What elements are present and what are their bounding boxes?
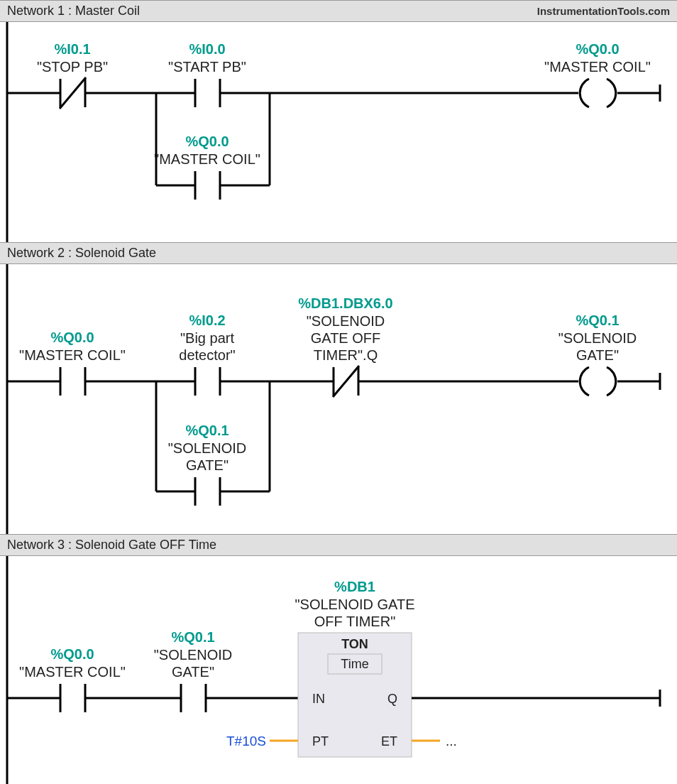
n3-fb-addr: %DB1	[334, 579, 375, 594]
network-1-ladder: %I0.1 "STOP PB" %I0.0 "START PB" %Q0.0 "…	[0, 22, 677, 242]
svg-line-4	[60, 77, 86, 109]
network-1-header: Network 1 : Master Coil InstrumentationT…	[0, 0, 677, 22]
master-coil-label: "MASTER COIL"	[544, 59, 651, 75]
n3-c2-l2: GATE"	[172, 664, 214, 680]
contact-solenoid-gate-seal[interactable]: %Q0.1 "SOLENOID GATE"	[168, 423, 246, 506]
n3-fb-q: Q	[387, 692, 397, 706]
n2-c3-addr: %DB1.DBX6.0	[298, 295, 392, 311]
contact-big-part-detector[interactable]: %I0.2 "Big part detector"	[179, 312, 235, 396]
svg-line-27	[333, 366, 359, 397]
n2-c4-addr: %Q0.1	[185, 423, 229, 438]
network-2-body: %Q0.0 "MASTER COIL" %I0.2 "Big part dete…	[0, 264, 677, 534]
master-coil-addr: %Q0.0	[576, 41, 619, 57]
contact-master-coil-n2[interactable]: %Q0.0 "MASTER COIL"	[19, 330, 126, 396]
n2-c3-l1: "SOLENOID	[307, 313, 385, 329]
n2-c1-addr: %Q0.0	[50, 330, 94, 345]
contact-master-coil-n3[interactable]: %Q0.0 "MASTER COIL"	[19, 646, 126, 712]
n3-c1-addr: %Q0.0	[50, 646, 94, 662]
n2-c4-l2: GATE"	[186, 457, 229, 473]
n2-c2-addr: %I0.2	[189, 312, 225, 328]
n3-fb-sub: Time	[341, 657, 368, 671]
contact-start-pb[interactable]: %I0.0 "START PB"	[168, 41, 246, 107]
n3-c2-addr: %Q0.1	[171, 629, 214, 645]
n3-fb-l2: OFF TIMER"	[314, 614, 396, 629]
network-2-header: Network 2 : Solenoid Gate	[0, 242, 677, 264]
n3-fb-l1: "SOLENOID GATE	[295, 597, 415, 612]
n2-c1-label: "MASTER COIL"	[19, 347, 126, 363]
contact-solenoid-gate-n3[interactable]: %Q0.1 "SOLENOID GATE"	[154, 629, 232, 712]
n3-fb-in: IN	[312, 692, 325, 706]
stop-pb-addr: %I0.1	[54, 41, 90, 57]
network-3-ladder: %Q0.0 "MASTER COIL" %Q0.1 "SOLENOID GATE…	[0, 556, 677, 784]
coil-master-coil[interactable]: %Q0.0 "MASTER COIL"	[544, 41, 651, 107]
network-3-body: %Q0.0 "MASTER COIL" %Q0.1 "SOLENOID GATE…	[0, 556, 677, 784]
n3-et-value: ...	[446, 734, 457, 748]
n2-c2-l1: "Big part	[180, 330, 234, 346]
network-3-title: Network 3 : Solenoid Gate OFF Time	[7, 538, 216, 552]
start-pb-addr: %I0.0	[189, 41, 225, 57]
start-pb-label: "START PB"	[168, 59, 246, 75]
n2-coil-addr: %Q0.1	[576, 312, 619, 328]
contact-stop-pb[interactable]: %I0.1 "STOP PB"	[37, 41, 108, 109]
seal-label: "MASTER COIL"	[154, 151, 260, 167]
n2-c2-l2: detector"	[179, 347, 235, 363]
n3-fb-type: TON	[341, 637, 368, 651]
network-2-ladder: %Q0.0 "MASTER COIL" %I0.2 "Big part dete…	[0, 264, 677, 534]
network-3-header: Network 3 : Solenoid Gate OFF Time	[0, 534, 677, 556]
coil-solenoid-gate[interactable]: %Q0.1 "SOLENOID GATE"	[558, 312, 637, 396]
n2-coil-l1: "SOLENOID	[558, 330, 637, 346]
n2-c4-l1: "SOLENOID	[168, 440, 246, 456]
stop-pb-label: "STOP PB"	[37, 59, 108, 75]
watermark: InstrumentationTools.com	[537, 5, 670, 17]
network-1-title: Network 1 : Master Coil	[7, 4, 140, 18]
contact-master-coil-seal[interactable]: %Q0.0 "MASTER COIL"	[154, 134, 260, 200]
n3-fb-et: ET	[381, 734, 397, 748]
n3-fb-pt: PT	[312, 734, 329, 748]
network-1-body: %I0.1 "STOP PB" %I0.0 "START PB" %Q0.0 "…	[0, 22, 677, 242]
n3-pt-value: T#10S	[226, 734, 266, 748]
n2-c3-l3: TIMER".Q	[314, 347, 378, 363]
seal-addr: %Q0.0	[185, 134, 229, 149]
n3-c2-l1: "SOLENOID	[154, 647, 232, 663]
network-2-title: Network 2 : Solenoid Gate	[7, 246, 156, 261]
n2-c3-l2: GATE OFF	[311, 330, 381, 346]
n2-coil-l2: GATE"	[576, 347, 619, 363]
timer-block-ton[interactable]: %DB1 "SOLENOID GATE OFF TIMER" TON Time …	[295, 579, 415, 757]
n3-c1-label: "MASTER COIL"	[19, 664, 126, 680]
